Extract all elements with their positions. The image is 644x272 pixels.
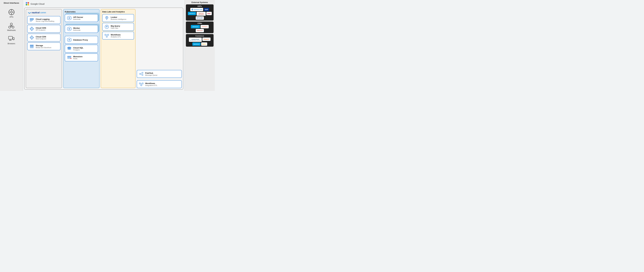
bigquery-sub: Data Lake	[111, 27, 120, 29]
external-systems-panel: External Systems ERPs Dynamics 365	[184, 0, 215, 91]
oracle-netsuite-logo: ORACLE NETSUITE	[196, 12, 206, 16]
workflows-analytics-name: Workflows	[111, 34, 121, 36]
dynamics365-label: Dynamics 365	[194, 9, 202, 10]
svg-rect-23	[30, 20, 33, 21]
svg-point-45	[68, 49, 71, 50]
svg-point-65	[142, 74, 143, 76]
cloud-sql-name: Cloud SQL	[73, 47, 83, 49]
svg-rect-69	[142, 83, 143, 84]
cloud-logging-sub: Server Logs and Auditing	[36, 20, 54, 22]
nautical-commerce-box: nautical commerce	[26, 9, 62, 88]
svg-line-67	[141, 74, 142, 75]
svg-rect-31	[30, 45, 34, 46]
memstore-name: Memstore	[73, 56, 82, 58]
pubsub-workflows-col: Pub/Sub Message Queue	[137, 9, 182, 88]
svg-rect-24	[30, 21, 32, 22]
svg-rect-21	[30, 18, 34, 19]
commerce-title: Commerce	[187, 35, 213, 37]
worker-icon	[67, 27, 72, 31]
workflows-analytics-sub: Analytics ETL	[111, 36, 121, 38]
svg-rect-68	[139, 83, 140, 84]
svg-point-8	[10, 23, 12, 25]
bolt-area: ERPs Dynamics 365 SAP salesforce	[186, 5, 214, 47]
svg-point-36	[69, 18, 70, 19]
root-container: Direct Interfaces APIs	[0, 0, 215, 91]
svg-point-42	[69, 39, 70, 40]
sap-logo: SAP	[204, 8, 209, 11]
di-item-webhooks: Webhooks	[7, 22, 16, 31]
google-cloud-area: Google Cloud nautical commerce	[23, 0, 184, 91]
svg-rect-58	[105, 34, 106, 36]
workflows-int-icon	[139, 82, 144, 87]
svg-point-15	[26, 2, 27, 4]
svg-point-6	[8, 26, 11, 28]
storage-service: Storage Media and Storefront	[27, 42, 60, 50]
crms-title: CRMs	[187, 23, 213, 24]
storage-sub: Media and Storefront	[36, 47, 51, 49]
looker-icon	[104, 16, 109, 21]
cloud-sql-sub: Postgres	[73, 49, 83, 51]
pubsub-name: Pub/Sub	[145, 72, 158, 74]
svg-point-39	[69, 29, 70, 29]
bigquery-name: Big Query	[111, 25, 120, 27]
svg-rect-32	[30, 46, 34, 47]
hybris-logo: hybris	[201, 42, 207, 46]
right-top-row: Data Lake and Analytics	[101, 9, 182, 88]
workflows-int-service: Workflows Integrations ETL	[137, 80, 182, 88]
cloud-cdn-web-sub: Web Endpoint	[36, 38, 46, 40]
worker-sub: Autoscale	[73, 29, 80, 31]
workflows-int-text: Workflows Integrations ETL	[145, 82, 158, 86]
svg-rect-60	[106, 36, 108, 37]
looker-text: Looker Business Intelligence	[111, 16, 126, 20]
svg-point-64	[142, 72, 143, 74]
google-cloud-logo-icon	[26, 2, 29, 6]
cloud-sql-icon	[67, 46, 72, 51]
gc-title: Google Cloud	[30, 3, 44, 5]
commercetools-logo: commercetools Next generation commerce	[189, 38, 202, 42]
gc-content: nautical commerce	[26, 9, 182, 88]
svg-rect-49	[67, 58, 70, 59]
storage-name: Storage	[36, 44, 51, 47]
oracle-crm-logo: ORACLE	[196, 29, 204, 32]
db-proxy-text: Database Proxy	[73, 39, 88, 41]
api-server-icon	[67, 16, 72, 21]
di-item-apis: APIs	[8, 9, 15, 18]
memstore-sub: Redis	[73, 58, 82, 60]
pubsub-text: Pub/Sub Message Queue	[145, 72, 158, 76]
kubernetes-title: Kubernetes	[65, 11, 98, 13]
cloud-logging-text: Cloud Logging Server Logs and Auditing	[36, 18, 54, 22]
commerce-logos: commercetools Next generation commerce M…	[187, 38, 213, 46]
di-item-browsers: Browsers	[8, 36, 15, 45]
bigquery-icon	[104, 24, 109, 29]
api-server-text: API Server Autoscale	[73, 16, 83, 20]
svg-line-10	[10, 39, 10, 41]
nautical-logo-icon: nautical commerce	[28, 11, 46, 14]
crms-logos: salesforce HubSpot ORACLE	[187, 25, 213, 32]
commerce-group: Commerce commercetools Next generation c…	[186, 34, 214, 47]
api-icon	[8, 9, 15, 15]
worker-card: Worker Autoscale	[65, 25, 98, 33]
cloud-cdn-api-service: Cloud CDN API Endpoint	[27, 25, 60, 33]
erps-logos: Dynamics 365 SAP salesforce ORACLE NETSU…	[187, 8, 213, 20]
di-webhooks-label: Webhooks	[7, 29, 16, 31]
data-lake-box: Data Lake and Analytics	[101, 9, 136, 88]
cloud-cdn-api-name: Cloud CDN	[36, 27, 46, 29]
svg-rect-22	[30, 19, 34, 20]
cloud-sql-card: Cloud SQL Postgres	[65, 45, 98, 53]
di-browsers-label: Browsers	[8, 43, 15, 45]
svg-point-7	[12, 26, 14, 28]
kubernetes-box: Kubernetes	[63, 9, 100, 88]
svg-rect-70	[141, 85, 142, 86]
cloud-cdn-web-text: Cloud CDN Web Endpoint	[36, 36, 46, 40]
looker-sub: Business Intelligence	[111, 18, 126, 20]
direct-interfaces-title: Direct Interfaces	[4, 2, 19, 4]
salesforce-com-logo: salesforce	[192, 42, 200, 46]
pubsub-service: Pub/Sub Message Queue	[137, 70, 182, 78]
workflows-int-sub: Integrations ETL	[145, 85, 158, 86]
external-systems-title: External Systems	[186, 1, 214, 4]
cloud-cdn-web-service: Cloud CDN Web Endpoint	[27, 34, 60, 42]
storage-text: Storage Media and Storefront	[36, 44, 51, 49]
erps-group: ERPs Dynamics 365 SAP salesforce	[186, 5, 214, 21]
worker-name: Worker	[73, 27, 80, 29]
db-proxy-card: Database Proxy	[65, 36, 98, 44]
